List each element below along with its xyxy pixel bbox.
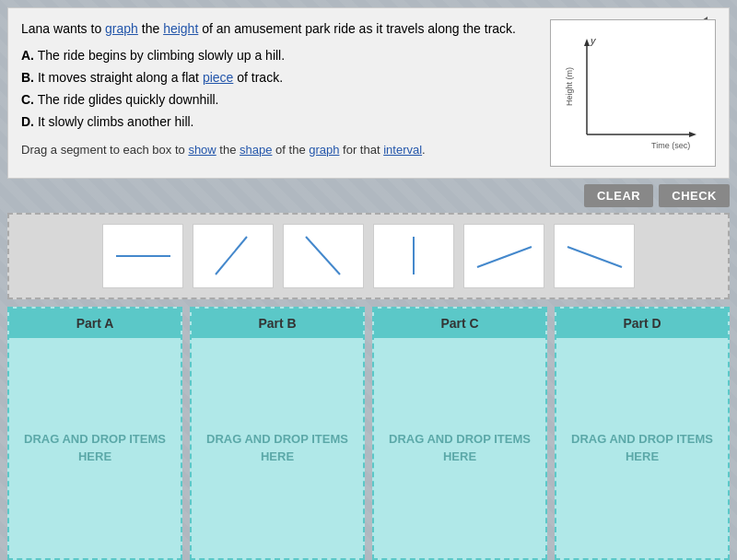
part-c-placeholder: DRAG AND DROP ITEMS HERE <box>374 338 545 559</box>
clear-button[interactable]: CLEAR <box>584 184 653 207</box>
coordinate-graph: y Height (m) Time (sec) <box>559 33 707 153</box>
show-link[interactable]: show <box>188 143 216 157</box>
interval-link[interactable]: interval <box>383 143 422 157</box>
buttons-row: CLEAR CHECK <box>7 184 730 207</box>
svg-marker-5 <box>584 39 590 46</box>
svg-line-11 <box>216 237 247 274</box>
height-link[interactable]: height <box>163 21 198 36</box>
part-b-placeholder: DRAG AND DROP ITEMS HERE <box>192 338 363 559</box>
top-panel: )))) Lana wants to graph the height of a… <box>7 7 730 179</box>
svg-line-14 <box>477 247 532 267</box>
main-container: )))) Lana wants to graph the height of a… <box>0 0 737 560</box>
graph-link[interactable]: graph <box>105 21 138 36</box>
item-c: C. The ride glides quickly downhill. <box>21 90 539 110</box>
svg-text:y: y <box>590 35 597 46</box>
text-section: Lana wants to graph the height of an amu… <box>21 19 539 167</box>
drop-zone-part-d[interactable]: Part D DRAG AND DROP ITEMS HERE <box>555 307 730 561</box>
drop-zone-part-b[interactable]: Part B DRAG AND DROP ITEMS HERE <box>190 307 365 561</box>
part-d-placeholder: DRAG AND DROP ITEMS HERE <box>556 338 728 559</box>
graph-link2[interactable]: graph <box>309 143 339 157</box>
segment-falling-gentle[interactable] <box>554 224 635 288</box>
graph-area: y Height (m) Time (sec) <box>550 19 716 167</box>
drop-zones-row: Part A DRAG AND DROP ITEMS HERE Part B D… <box>7 307 730 561</box>
svg-marker-6 <box>689 132 696 137</box>
segment-rising-gentle[interactable] <box>463 224 544 288</box>
drag-instruction: Drag a segment to each box to show the s… <box>21 141 539 159</box>
item-b: B. It moves straight along a flat piece … <box>21 68 539 88</box>
svg-text:Time (sec): Time (sec) <box>651 141 690 150</box>
svg-line-12 <box>306 237 340 274</box>
segment-falling-steep[interactable] <box>283 224 364 288</box>
item-d: D. It slowly climbs another hill. <box>21 112 539 132</box>
svg-text:Height (m): Height (m) <box>565 67 574 106</box>
item-list: A. The ride begins by climbing slowly up… <box>21 46 539 132</box>
drop-zone-part-c[interactable]: Part C DRAG AND DROP ITEMS HERE <box>372 307 547 561</box>
part-a-placeholder: DRAG AND DROP ITEMS HERE <box>9 338 181 559</box>
intro-paragraph: Lana wants to graph the height of an amu… <box>21 19 539 39</box>
part-d-header: Part D <box>556 309 728 338</box>
check-button[interactable]: CHECK <box>659 184 730 207</box>
svg-line-15 <box>567 247 622 267</box>
part-c-header: Part C <box>374 309 545 338</box>
part-b-header: Part B <box>192 309 363 338</box>
item-a: A. The ride begins by climbing slowly up… <box>21 46 539 65</box>
piece-link[interactable]: piece <box>203 70 233 85</box>
shape-link[interactable]: shape <box>240 143 272 157</box>
segment-rising-steep[interactable] <box>193 224 274 288</box>
drop-zone-part-a[interactable]: Part A DRAG AND DROP ITEMS HERE <box>7 307 182 561</box>
part-a-header: Part A <box>9 309 181 338</box>
segment-horizontal[interactable] <box>102 224 183 288</box>
segment-vertical[interactable] <box>373 224 454 288</box>
segments-panel <box>7 213 730 299</box>
